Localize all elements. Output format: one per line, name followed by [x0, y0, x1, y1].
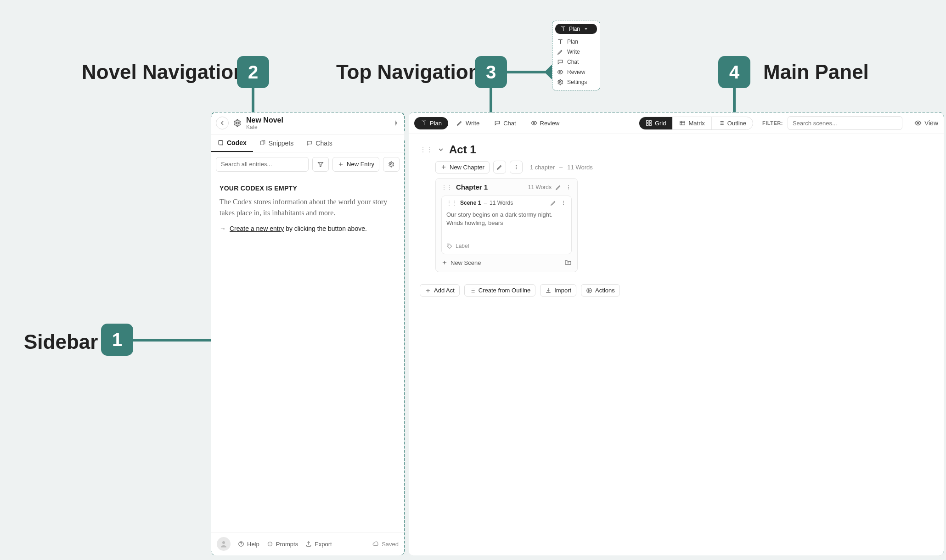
- scene-more-button[interactable]: [560, 200, 567, 206]
- scene-edit-button[interactable]: [550, 200, 557, 206]
- grid-icon: [646, 120, 652, 126]
- pencil-icon: [496, 164, 503, 170]
- callout-mainpanel-label: Main Panel: [763, 61, 869, 84]
- chevron-down-icon: [437, 146, 445, 153]
- drag-handle-icon[interactable]: ⋮⋮: [420, 146, 433, 153]
- novel-settings-button[interactable]: [233, 119, 242, 127]
- help-icon: [238, 541, 244, 547]
- plan-dropdown-item-plan[interactable]: Plan: [555, 37, 597, 47]
- create-entry-link[interactable]: Create a new entry: [230, 225, 284, 232]
- act-chapter-count: 1 chapter: [530, 164, 555, 171]
- plus-icon: [425, 287, 431, 294]
- mode-chat[interactable]: Chat: [488, 117, 522, 129]
- new-entry-button[interactable]: New Entry: [332, 157, 379, 172]
- collapse-left-icon: [392, 119, 400, 127]
- eye-icon: [557, 69, 563, 75]
- import-button[interactable]: Import: [540, 284, 576, 297]
- mode-review[interactable]: Review: [524, 117, 566, 129]
- arrow-right-icon: →: [220, 225, 226, 232]
- codex-settings-button[interactable]: [383, 157, 400, 172]
- prompts-button[interactable]: Prompts: [267, 541, 298, 548]
- import-icon: [545, 287, 552, 294]
- folder-plus-icon: [564, 259, 572, 266]
- view-outline[interactable]: Outline: [711, 117, 753, 129]
- help-button[interactable]: Help: [238, 541, 259, 548]
- chapter-more-button[interactable]: [565, 184, 572, 190]
- callout-novelnav-badge: 2: [237, 56, 269, 88]
- chat-icon: [306, 140, 313, 146]
- more-vertical-icon: [560, 200, 567, 206]
- new-scene-button[interactable]: New Scene: [441, 259, 481, 266]
- new-chapter-button[interactable]: New Chapter: [435, 161, 490, 174]
- svg-point-13: [917, 122, 919, 124]
- svg-point-15: [516, 167, 517, 168]
- act-edit-button[interactable]: [493, 161, 506, 174]
- sparkle-icon: [267, 541, 273, 547]
- eye-icon: [914, 119, 922, 127]
- drag-handle-icon[interactable]: ⋮⋮: [446, 200, 457, 206]
- create-from-outline-button[interactable]: Create from Outline: [464, 284, 535, 297]
- act-toolbar: New Chapter 1 chapter – 11 Words: [435, 161, 933, 174]
- collapse-sidebar-button[interactable]: [392, 119, 400, 127]
- view-grid[interactable]: Grid: [639, 117, 673, 129]
- svg-point-14: [516, 165, 517, 166]
- drag-handle-icon[interactable]: ⋮⋮: [441, 184, 452, 190]
- svg-point-1: [559, 81, 561, 83]
- codex-search-input[interactable]: [216, 161, 308, 168]
- mode-pill-group: Plan Write Chat Review: [414, 117, 566, 129]
- pencil-icon: [456, 120, 463, 126]
- plus-icon: [440, 164, 447, 170]
- add-act-button[interactable]: Add Act: [420, 284, 460, 297]
- list-icon: [469, 287, 476, 294]
- chapter-edit-button[interactable]: [555, 184, 562, 190]
- mode-write[interactable]: Write: [450, 117, 486, 129]
- plus-icon: [441, 259, 448, 266]
- arrow-left-icon: [219, 119, 226, 127]
- view-button[interactable]: View: [914, 119, 938, 127]
- view-matrix[interactable]: Matrix: [672, 117, 711, 129]
- svg-point-21: [563, 202, 564, 203]
- codex-filter-button[interactable]: [312, 157, 329, 172]
- plan-dropdown-item-chat[interactable]: Chat: [555, 57, 597, 67]
- search-scenes-input[interactable]: [788, 116, 902, 130]
- svg-rect-11: [649, 123, 651, 125]
- outline-icon: [718, 120, 725, 126]
- codex-empty-description: The Codex stores information about the w…: [220, 196, 396, 218]
- plan-dropdown-item-review[interactable]: Review: [555, 67, 597, 77]
- svg-point-22: [563, 204, 564, 205]
- matrix-icon: [679, 120, 686, 126]
- bottom-actions: Add Act Create from Outline Import Actio…: [420, 284, 933, 297]
- act-collapse-toggle[interactable]: [437, 146, 445, 153]
- actions-button[interactable]: Actions: [581, 284, 620, 297]
- export-button[interactable]: Export: [305, 541, 332, 548]
- more-vertical-icon: [513, 164, 519, 170]
- plan-dropdown-item-settings[interactable]: Settings: [555, 77, 597, 87]
- user-avatar[interactable]: [217, 537, 231, 551]
- gear-icon: [233, 119, 242, 127]
- book-icon: [557, 39, 563, 45]
- act-separator: –: [559, 164, 563, 171]
- svg-point-24: [587, 288, 592, 293]
- back-button[interactable]: [216, 117, 229, 129]
- import-scene-button[interactable]: [564, 259, 572, 266]
- act-more-button[interactable]: [510, 161, 523, 174]
- cloud-icon: [372, 541, 379, 547]
- caret-down-icon: [583, 26, 589, 32]
- callout-novelnav-label: Novel Navigation: [82, 61, 246, 84]
- act-row: ⋮⋮ Act 1: [420, 143, 933, 156]
- tab-chats[interactable]: Chats: [300, 134, 339, 152]
- filter-icon: [317, 161, 324, 168]
- filter-label: FILTER:: [762, 120, 783, 126]
- tab-codex[interactable]: Codex: [211, 134, 253, 152]
- plan-dropdown-item-write[interactable]: Write: [555, 47, 597, 57]
- scene-word-count: 11 Words: [490, 200, 513, 206]
- plan-dropdown-trigger[interactable]: Plan: [555, 24, 597, 34]
- scene-label-button[interactable]: Label: [456, 243, 469, 249]
- svg-point-4: [390, 163, 392, 165]
- mode-plan[interactable]: Plan: [414, 117, 448, 129]
- scene-card[interactable]: ⋮⋮ Scene 1 – 11 Words O: [441, 196, 572, 254]
- gear-icon: [388, 161, 394, 168]
- main-panel: Plan Write Chat Review Grid: [409, 112, 944, 555]
- tab-snippets[interactable]: Snippets: [253, 134, 300, 152]
- callout-sidebar-badge: 1: [101, 324, 133, 356]
